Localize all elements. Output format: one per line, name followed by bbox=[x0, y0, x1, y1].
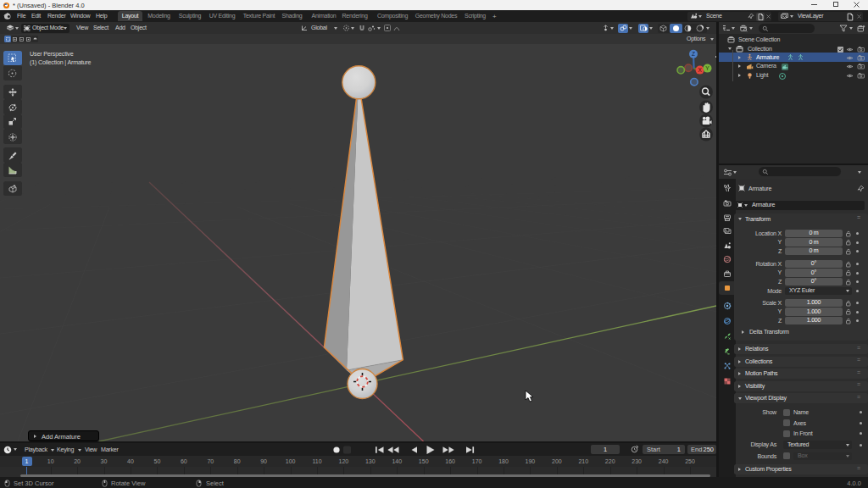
svg-text:X: X bbox=[698, 67, 702, 73]
svg-text:Y: Y bbox=[705, 65, 709, 71]
svg-text:Z: Z bbox=[692, 51, 695, 57]
